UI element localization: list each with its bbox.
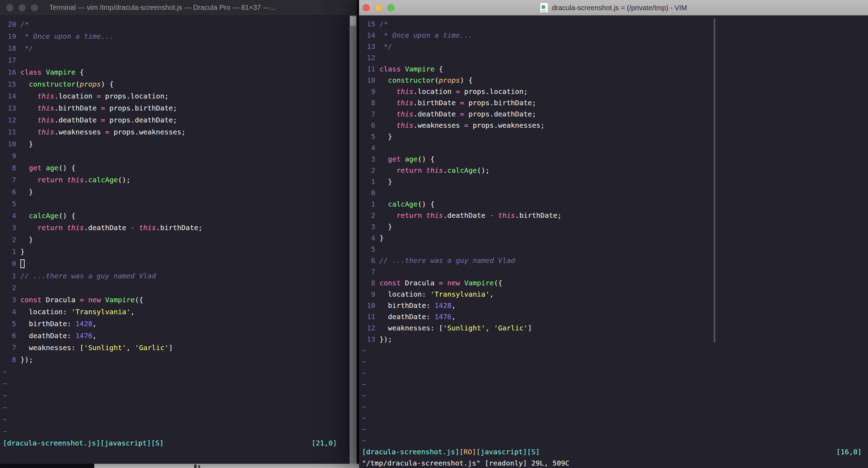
code-text: weaknesses: ['Sunlight', 'Garlic']: [20, 342, 173, 354]
code-line: 5 }: [359, 131, 868, 142]
line-number: 11: [362, 311, 375, 322]
code-line: 11 deathDate: 1476,: [359, 311, 868, 322]
document-icon: [540, 2, 548, 13]
line-number: 11: [362, 63, 375, 75]
code-text: });: [379, 334, 392, 345]
code-line: 0: [0, 258, 349, 270]
vim-cursor: [20, 259, 25, 268]
line-number: 15: [3, 78, 16, 90]
code-text: get age() {: [379, 153, 435, 165]
empty-buffer-tilde: ~: [362, 379, 868, 390]
code-line: 19 * Once upon a time...: [0, 30, 349, 42]
line-number: 7: [3, 174, 16, 186]
window-title-group: dracula-screenshot.js = (/private/tmp) -…: [401, 0, 826, 15]
statusline-cursor-position: [16,0]: [836, 446, 862, 457]
code-line: 5 birthDate: 1428,: [0, 318, 349, 330]
terminal-vim-buffer[interactable]: 20/*19 * Once upon a time...18 */1716cla…: [0, 18, 349, 437]
code-line: 9 this.location = props.location;: [359, 86, 868, 97]
code-line: 15/*: [359, 18, 868, 30]
code-line: 13 this.birthDate = props.birthDate;: [0, 102, 349, 114]
minimize-button[interactable]: [375, 4, 382, 11]
code-text: return this.calcAge();: [379, 165, 490, 176]
code-line: 10 }: [0, 138, 349, 150]
code-text: birthDate: 1428,: [20, 318, 97, 330]
window-title: Terminal — vim /tmp/dracula-screenshot.j…: [49, 4, 276, 12]
line-number: 5: [3, 198, 16, 210]
code-text: [20, 258, 25, 270]
empty-buffer-tilde: ~: [362, 345, 868, 356]
empty-buffer-tilde: ~: [362, 390, 868, 401]
zoom-button[interactable]: [387, 4, 394, 11]
code-text: }: [379, 232, 384, 244]
line-number: 9: [362, 86, 375, 97]
code-line: 6 deathDate: 1476,: [0, 330, 349, 342]
empty-buffer-tilde: ~: [3, 401, 349, 413]
line-number: 14: [362, 30, 375, 41]
empty-buffer-tilde: ~: [362, 356, 868, 367]
terminal-scrollbar[interactable]: [350, 15, 357, 464]
code-line: 5: [359, 244, 868, 255]
zoom-button[interactable]: [31, 4, 38, 11]
vim-statusline: [dracula-screenshot.js][javascript][S] […: [3, 437, 337, 449]
line-number: 6: [3, 186, 16, 198]
line-number: 12: [362, 52, 375, 63]
vim-command-line-message: "/tmp/dracula-screenshot.js" [readonly] …: [362, 457, 862, 468]
code-text: this.birthDate = props.birthDate;: [379, 97, 536, 108]
line-number: 12: [3, 114, 16, 126]
code-text: }: [20, 138, 33, 150]
window-controls: [6, 4, 38, 11]
code-line: 10 birthDate: 1428,: [359, 300, 868, 311]
empty-buffer-tilde: ~: [3, 413, 349, 425]
close-button[interactable]: [363, 4, 370, 11]
code-line: 3const Dracula = new Vampire({: [0, 294, 349, 306]
code-line: 2 return this.calcAge();: [359, 165, 868, 176]
code-line: 8 get age() {: [0, 162, 349, 174]
line-number: 2: [362, 210, 375, 221]
code-text: */: [20, 42, 33, 54]
empty-buffer-tilde: ~: [3, 425, 349, 437]
empty-buffer-tilde: ~: [362, 435, 868, 446]
code-line: 5: [0, 198, 349, 210]
code-line: 1}: [0, 246, 349, 258]
vim-titlebar[interactable]: dracula-screenshot.js = (/private/tmp) -…: [359, 0, 868, 15]
code-line: 1// ...there was a guy named Vlad: [0, 270, 349, 282]
line-number: 9: [362, 289, 375, 300]
code-line: 20/*: [0, 18, 349, 30]
statusline-filetype: [javascript][S]: [476, 446, 540, 457]
vim-buffer[interactable]: 15/*14 * Once upon a time...13 */1211cla…: [359, 18, 868, 446]
line-number: 6: [3, 330, 16, 342]
terminal-scrollbar-thumb[interactable]: [350, 17, 356, 26]
vim-scrollbar-thumb[interactable]: [714, 18, 715, 343]
empty-buffer-tilde: ~: [362, 412, 868, 424]
code-line: 18 */: [0, 42, 349, 54]
close-button[interactable]: [6, 4, 13, 11]
line-number: 5: [3, 318, 16, 330]
line-number: 4: [3, 210, 16, 222]
statusline-readonly-flag: [RO]: [459, 446, 476, 457]
background-window-glyph: [194, 464, 197, 468]
code-line: 7 this.deathDate = props.deathDate;: [359, 108, 868, 120]
line-number: 0: [3, 258, 16, 270]
line-number: 1: [3, 270, 16, 282]
code-line: 2: [0, 282, 349, 294]
code-line: 6 this.weaknesses = props.weaknesses;: [359, 120, 868, 131]
code-line: 1 }: [359, 176, 868, 187]
statusline-filename: [dracula-screenshot.js]: [362, 446, 459, 457]
code-text: return this.calcAge();: [20, 174, 130, 186]
line-number: 20: [3, 18, 16, 30]
line-number: 13: [362, 41, 375, 52]
code-text: deathDate: 1476,: [379, 311, 456, 322]
line-number: 14: [3, 90, 16, 102]
code-text: location: 'Transylvania',: [379, 289, 494, 300]
code-line: 17: [0, 54, 349, 66]
line-number: 1: [362, 176, 375, 187]
code-line: 8});: [0, 354, 349, 366]
code-line: 4: [359, 142, 868, 153]
code-text: }: [379, 131, 392, 142]
code-line: 2 }: [0, 234, 349, 246]
minimize-button[interactable]: [19, 4, 26, 11]
terminal-titlebar[interactable]: Terminal — vim /tmp/dracula-screenshot.j…: [0, 0, 357, 15]
line-number: 6: [362, 255, 375, 266]
code-text: this.location = props.location;: [20, 90, 168, 102]
code-line: 8const Dracula = new Vampire({: [359, 277, 868, 289]
